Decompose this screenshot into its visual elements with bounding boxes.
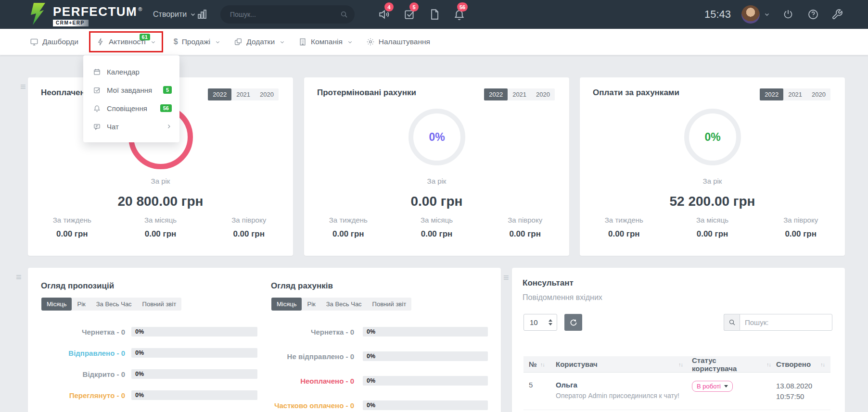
period-label: За рік xyxy=(580,177,845,185)
tab-fullreport[interactable]: Повний звіт xyxy=(137,298,182,311)
col-label: За тиждень xyxy=(304,216,393,224)
drag-handle[interactable]: ≡ xyxy=(16,273,22,281)
chevron-right-icon xyxy=(166,124,172,129)
documents-icon[interactable] xyxy=(428,8,441,21)
brand-sub: CRM+ERP xyxy=(53,20,89,26)
tab-fullreport[interactable]: Повний звіт xyxy=(367,298,412,311)
card-invoice-payments: Оплати за рахунками 2022 2021 2020 0% За… xyxy=(580,77,845,256)
progress-bar: 0% xyxy=(363,376,488,386)
logout-power-icon[interactable] xyxy=(782,9,794,20)
user-link[interactable]: Ольга xyxy=(556,381,687,389)
stat-row: Чернетка - 0 0% xyxy=(28,327,258,337)
section-title: Консультант xyxy=(523,278,574,288)
card-title: Оплати за рахунками xyxy=(593,88,679,98)
nav-company[interactable]: Компанія xyxy=(295,37,356,46)
year-tab-2020[interactable]: 2020 xyxy=(255,88,279,100)
nav-activities[interactable]: Активності 61 xyxy=(89,31,163,52)
year-tab-2021[interactable]: 2021 xyxy=(508,88,531,100)
tab-month[interactable]: Місяць xyxy=(271,298,302,311)
donut-chart: 0% xyxy=(684,109,741,165)
sort-icon[interactable]: ↑↓ xyxy=(820,362,825,367)
logo[interactable]: PERFECTUM® CRM+ERP xyxy=(29,3,143,26)
refresh-button[interactable] xyxy=(564,314,582,331)
global-search xyxy=(220,5,355,24)
col-label: За місяць xyxy=(393,216,481,224)
stat-row: Відправлено - 0 0% xyxy=(28,348,258,358)
year-tab-2022[interactable]: 2022 xyxy=(208,88,231,100)
page-size-select[interactable]: 10 xyxy=(523,314,557,331)
dropdown-item-chat[interactable]: Чат xyxy=(83,117,179,136)
search-icon[interactable] xyxy=(340,11,348,18)
col-user-header: Користувач xyxy=(556,360,598,368)
chevron-down-icon xyxy=(347,39,353,45)
chevron-down-icon xyxy=(151,39,156,45)
col-value: 0.00 грн xyxy=(393,229,481,239)
create-button[interactable]: Створити xyxy=(153,0,196,29)
col-status-header: Статус користувача xyxy=(692,356,763,373)
cell-num: 5 xyxy=(523,381,550,402)
card-overdue-invoices: Протерміновані рахунки 2022 2021 2020 0%… xyxy=(304,77,569,256)
year-tab-2022[interactable]: 2022 xyxy=(484,88,508,100)
bar-chart-icon[interactable] xyxy=(196,9,208,20)
period-tabs: Місяць Рік За Весь Час Повний звіт xyxy=(271,298,411,311)
col-value: 0.00 грн xyxy=(28,229,116,239)
year-tab-2020[interactable]: 2020 xyxy=(807,88,830,100)
nav-settings[interactable]: Налаштування xyxy=(363,37,433,46)
col-label: За місяць xyxy=(668,216,757,224)
col-value: 0.00 грн xyxy=(204,229,293,239)
search-icon[interactable] xyxy=(724,314,740,331)
sort-icon[interactable]: ↑↓ xyxy=(678,362,683,367)
section-title: Огляд рахунків xyxy=(271,281,333,291)
col-value: 0.00 грн xyxy=(580,229,668,239)
dropdown-item-calendar[interactable]: Календар xyxy=(83,62,179,81)
tab-year[interactable]: Рік xyxy=(302,298,320,311)
dropdown-item-notifications[interactable]: Сповіщення 56 xyxy=(83,99,179,117)
nav-addons[interactable]: Додатки xyxy=(231,37,288,46)
brand-name: PERFECTUM® xyxy=(53,3,143,18)
sort-icon[interactable]: ↑↓ xyxy=(766,362,771,367)
avatar-chevron-icon[interactable] xyxy=(764,12,770,17)
settings-wrench-icon[interactable] xyxy=(831,9,843,20)
drag-handle[interactable]: ≡ xyxy=(20,83,26,90)
drag-handle[interactable]: ≡ xyxy=(503,274,509,281)
search-input[interactable] xyxy=(220,11,340,18)
sort-icon[interactable]: ↑↓ xyxy=(540,362,545,367)
invoices-overview: Огляд рахунків Місяць Рік За Весь Час По… xyxy=(258,268,501,412)
col-value: 0.00 грн xyxy=(756,229,845,239)
help-icon[interactable] xyxy=(807,9,819,20)
donut-percent: 0% xyxy=(704,131,720,144)
year-tab-2022[interactable]: 2022 xyxy=(760,88,783,100)
card-title: Неоплачені xyxy=(41,88,88,98)
col-label: За тиждень xyxy=(28,216,116,224)
dropdown-item-my-tasks[interactable]: Мої завдання 5 xyxy=(83,81,179,99)
stat-row: Відкрито - 0 0% xyxy=(28,369,258,379)
col-label: За півроку xyxy=(756,216,845,224)
announcements-badge: 4 xyxy=(384,2,394,12)
tab-month[interactable]: Місяць xyxy=(41,298,72,311)
avatar[interactable] xyxy=(741,5,760,24)
tab-alltime[interactable]: За Весь Час xyxy=(91,298,137,311)
clock: 15:43 xyxy=(704,0,731,29)
tab-alltime[interactable]: За Весь Час xyxy=(321,298,367,311)
nav-sales[interactable]: $ Продажі xyxy=(171,37,223,46)
check-square-icon xyxy=(93,86,101,94)
messages-table: №↑↓ Користувач↑↓ Статус користувача↑↓ Ст… xyxy=(523,356,830,410)
tab-year[interactable]: Рік xyxy=(72,298,90,311)
created-time: 10:57:50 xyxy=(776,391,829,402)
card-title: Протерміновані рахунки xyxy=(317,88,416,98)
card-consultant: Консультант Повідомлення вхідних 10 №↑↓ … xyxy=(512,268,845,412)
status-dropdown[interactable]: В роботі xyxy=(692,381,733,392)
row-label: Чернетка - 0 xyxy=(265,328,354,336)
year-tab-2020[interactable]: 2020 xyxy=(531,88,555,100)
chevron-down-icon xyxy=(190,12,196,17)
col-num-header: № xyxy=(529,360,537,368)
year-tab-2021[interactable]: 2021 xyxy=(783,88,807,100)
notifications-badge: 56 xyxy=(160,104,172,112)
tasks-badge: 5 xyxy=(409,2,419,12)
nav-dashboards[interactable]: Дашборди xyxy=(27,37,81,46)
year-tab-2021[interactable]: 2021 xyxy=(231,88,255,100)
table-search-input[interactable] xyxy=(740,314,832,331)
stat-row: Чернетка - 0 0% xyxy=(258,327,501,337)
dollar-icon: $ xyxy=(174,37,178,46)
chevron-down-icon xyxy=(280,39,285,45)
